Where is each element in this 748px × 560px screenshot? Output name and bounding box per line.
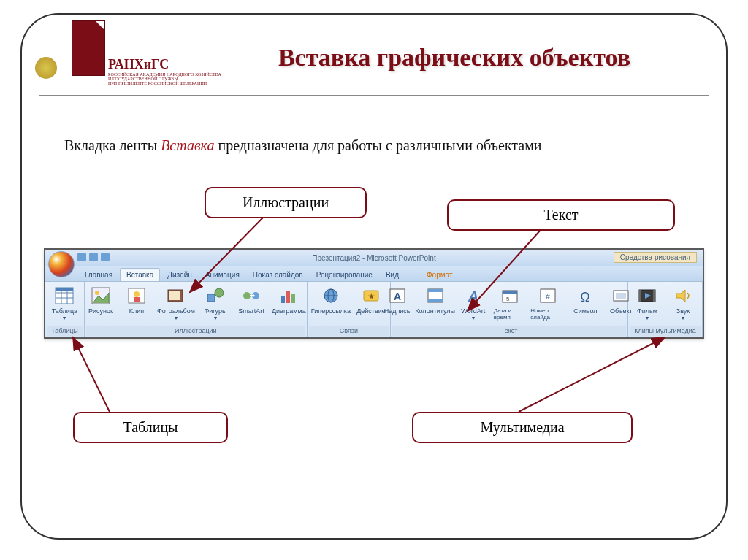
svg-point-19 [215,288,224,297]
btn-chart[interactable]: Диаграмма [270,284,308,316]
btn-hyperlink[interactable]: Гиперссылка [309,284,353,316]
callout-text: Текст [447,199,675,231]
tab-format[interactable]: Формат [421,269,459,281]
svg-rect-33 [428,289,443,292]
smartart-icon [241,285,262,306]
svg-rect-43 [616,293,626,299]
svg-point-11 [95,291,99,295]
svg-rect-23 [286,291,290,303]
btn-slidenum[interactable]: # Номер слайда [528,284,567,322]
tab-insert[interactable]: Вставка [120,268,160,281]
group-media: Фильм▾ Звук▾ Клипы мультимедиа [628,282,703,337]
group-text: A Надпись Колонтитулы A WordArt▾ 5 Дата … [391,282,628,337]
svg-rect-18 [207,294,215,302]
btn-photoalbum[interactable]: Фотоальбом▾ [155,284,197,323]
svg-rect-14 [134,297,140,302]
sound-icon [673,285,693,306]
btn-shapes[interactable]: Фигуры▾ [198,284,233,323]
group-tables: Таблица▾ Таблицы [45,282,85,337]
btn-wordart[interactable]: A WordArt▾ [456,284,491,323]
window-title: Презентация2 - Microsoft PowerPoint [45,254,703,262]
slide-title: Вставка графических объектов [205,44,704,72]
btn-picture[interactable]: Рисунок [83,284,118,316]
svg-text:Ω: Ω [581,290,590,304]
tab-slideshow[interactable]: Показ слайдов [247,269,309,281]
emblem-icon [35,57,57,79]
svg-rect-16 [169,291,175,300]
callout-tables: Таблицы [73,412,228,443]
table-icon [54,285,75,306]
svg-rect-17 [175,291,180,300]
context-tab-title: Средства рисования [614,252,697,263]
headerfooter-icon [425,285,446,306]
window-titlebar: Презентация2 - Microsoft PowerPoint Сред… [45,250,703,266]
slidenum-icon: # [538,285,558,306]
group-label-illustrations: Иллюстрации [86,326,305,336]
svg-rect-37 [503,291,517,294]
symbol-icon: Ω [575,285,595,306]
datetime-icon: 5 [500,285,520,306]
ribbon-body: Таблица▾ Таблицы Рисунок Клип Фотоальбом… [45,282,703,337]
btn-textbox[interactable]: A Надпись [380,284,415,316]
hyperlink-icon [321,285,341,306]
btn-clip[interactable]: Клип [119,284,154,316]
slide-description: Вкладка ленты Вставка предназначена для … [64,136,542,156]
title-underline [39,95,709,96]
svg-text:5: 5 [506,296,510,302]
powerpoint-ribbon: Презентация2 - Microsoft PowerPoint Сред… [44,248,704,339]
btn-datetime[interactable]: 5 Дата и время [492,284,528,322]
shapes-icon [205,285,226,306]
photoalbum-icon [166,285,186,306]
chart-icon [278,285,299,306]
btn-headerfooter[interactable]: Колонтитулы [416,284,455,316]
picture-icon [91,285,111,306]
ribbon-tabs: Главная Вставка Дизайн Анимация Показ сл… [45,266,703,282]
group-links: Гиперссылка ★ Действие Связи [308,282,391,337]
svg-point-13 [134,291,140,297]
btn-symbol[interactable]: Ω Символ [568,284,603,316]
action-icon: ★ [361,285,381,306]
tab-design[interactable]: Дизайн [161,269,198,281]
group-illustrations: Рисунок Клип Фотоальбом▾ Фигуры▾ SmartAr… [85,282,308,337]
office-button[interactable] [48,251,75,277]
svg-rect-24 [291,294,295,303]
tab-view[interactable]: Вид [380,269,405,281]
svg-point-20 [243,292,251,299]
svg-text:A: A [468,288,478,304]
btn-movie[interactable]: Фильм▾ [630,284,665,323]
svg-rect-46 [653,290,655,302]
btn-sound[interactable]: Звук▾ [665,284,701,323]
clip-icon [126,285,147,306]
group-label-tables: Таблицы [47,326,83,336]
movie-icon [637,285,657,306]
callout-multimedia: Мультимедиа [412,412,633,443]
tab-review[interactable]: Рецензирование [310,269,378,281]
svg-text:A: A [394,291,401,302]
svg-rect-9 [56,288,73,291]
btn-table[interactable]: Таблица▾ [47,284,82,323]
callout-illustrations: Иллюстрации [205,187,367,218]
btn-smartart[interactable]: SmartArt [234,284,269,316]
group-label-links: Связи [309,326,389,336]
textbox-icon: A [387,285,408,306]
logo-book-icon [72,20,105,76]
tab-home[interactable]: Главная [79,269,118,281]
svg-rect-45 [639,290,641,302]
wordart-icon: A [463,285,484,306]
svg-text:★: ★ [367,291,375,302]
tab-animation[interactable]: Анимация [199,269,245,281]
svg-marker-48 [676,290,685,302]
group-label-text: Текст [392,326,626,336]
logo-subtitle: РОССИЙСКАЯ АКАДЕМИЯ НАРОДНОГО ХОЗЯЙСТВАИ… [108,72,221,85]
group-label-media: Клипы мультимедиа [630,326,701,336]
svg-text:#: # [546,293,550,301]
svg-rect-34 [428,299,443,302]
svg-rect-22 [281,296,285,303]
